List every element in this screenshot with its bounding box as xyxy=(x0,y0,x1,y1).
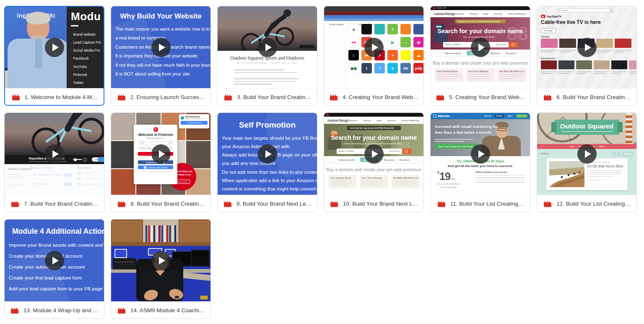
video-thumbnail-11[interactable]: AWeber Features Pricing Signin Free Tria… xyxy=(431,113,530,195)
feature-columns: Your Domain Name Host Your Website We Ma… xyxy=(431,68,530,82)
video-card-10[interactable]: namecheap DomainsHostingAppsSecurityOnli… xyxy=(324,112,424,212)
wheel-photo: Outdoor Squared xyxy=(537,113,636,144)
video-thumbnail-13[interactable]: Module 4 Additional Actions Improve your… xyxy=(5,219,104,301)
play-button[interactable] xyxy=(577,144,597,164)
section-strapline: Buy a domain and create your pro web pre… xyxy=(324,167,423,172)
card-footer: 4. Creating Your Brand Web… xyxy=(324,88,423,106)
profile-name: Outdoor Squared xyxy=(8,167,31,170)
play-button[interactable] xyxy=(45,251,64,270)
modal-subtitle: Find new ideas to try xyxy=(134,137,177,139)
login-button[interactable] xyxy=(623,152,633,156)
color-block xyxy=(558,60,574,69)
bookshelf xyxy=(143,219,179,242)
avatar xyxy=(181,116,184,120)
try-free-button[interactable]: Try it free xyxy=(541,28,556,33)
play-button[interactable] xyxy=(471,38,490,57)
like-icon[interactable]: ♡ xyxy=(621,179,623,182)
sidebar-panel xyxy=(324,27,346,88)
video-card-12[interactable]: Outdoor Squared HomeMy Squared StoreAbou… xyxy=(537,112,637,212)
play-button[interactable] xyxy=(364,144,384,164)
video-card-2[interactable]: Why Build Your Website The main reason y… xyxy=(111,6,211,106)
search-input[interactable]: Search xyxy=(559,8,615,13)
play-button[interactable] xyxy=(471,144,490,164)
bullet-item: Pinterest xyxy=(71,71,104,79)
color-block xyxy=(148,225,150,242)
video-thumbnail-5[interactable]: SIGN UP namecheap DomainsHostingAppsSecu… xyxy=(431,6,530,88)
video-card-7[interactable]: Reposition & scale header Move and drag … xyxy=(4,112,104,212)
video-card-1[interactable]: ingSellingMc Modu Brand websiteLead Capt… xyxy=(4,6,104,106)
card-footer: 6. Build Your Brand Creatin… xyxy=(537,88,636,106)
play-button[interactable] xyxy=(151,38,171,57)
play-button[interactable] xyxy=(151,251,171,270)
all-posts-link[interactable]: All Posts xyxy=(541,153,549,155)
video-title: 1. Welcome to Module 4.M… xyxy=(25,94,98,100)
email-field[interactable]: Email xyxy=(138,141,173,145)
video-card-4[interactable]: Social ImagesFree Icon SiteStock Images … xyxy=(324,6,424,106)
feature-column: Your Domain Name xyxy=(435,68,463,82)
play-button[interactable] xyxy=(364,38,384,57)
hero-heading: Search for your domain name xyxy=(324,134,423,141)
tweet-button[interactable]: Tweet xyxy=(63,183,72,186)
tab-resellers[interactable]: Resellers xyxy=(506,52,516,55)
logo-text: YouTubeTV xyxy=(547,15,561,18)
video-thumbnail-8[interactable]: P Welcome to Pinterest Find new ideas to… xyxy=(111,113,210,195)
slide-line: When applicable add a link to your Amazo… xyxy=(222,176,317,185)
feature-column: Host Your Website xyxy=(360,175,388,188)
play-button[interactable] xyxy=(577,38,597,57)
blog-post-meta: BY OUTDOOR SQUARED · SUNDAY, MAY 6, 2018 xyxy=(218,62,317,64)
decorative-lines xyxy=(234,69,301,85)
play-button[interactable] xyxy=(151,144,171,164)
search-icon[interactable] xyxy=(613,152,616,156)
video-card-11[interactable]: AWeber Features Pricing Signin Free Tria… xyxy=(430,112,530,212)
color-block xyxy=(629,60,636,69)
play-button[interactable] xyxy=(45,144,64,164)
continue-as-rick-button[interactable]: CONTINUE AS RICK xyxy=(181,121,208,125)
video-thumbnail-14[interactable] xyxy=(111,219,210,301)
nav-free-trial[interactable]: Free Trial xyxy=(516,114,527,118)
account-icon[interactable] xyxy=(618,152,621,156)
tab-business[interactable]: Business xyxy=(491,52,501,55)
video-card-14[interactable]: 14. ASM9 Module 4 Coachi… xyxy=(111,219,211,319)
play-button[interactable] xyxy=(258,38,277,57)
video-thumbnail-12[interactable]: Outdoor Squared HomeMy Squared StoreAbou… xyxy=(537,113,636,195)
nav-pricing[interactable]: Pricing xyxy=(495,114,504,118)
search-button[interactable] xyxy=(402,149,411,154)
video-thumbnail-1[interactable]: ingSellingMc Modu Brand websiteLead Capt… xyxy=(5,7,104,88)
nav-menu[interactable]: Features Pricing Signin Free Trial xyxy=(482,114,527,118)
tld-select[interactable]: SELECT DOMAIN xyxy=(443,44,463,46)
video-thumbnail-4[interactable]: Social ImagesFree Icon SiteStock Images … xyxy=(324,6,423,88)
apply-button[interactable] xyxy=(98,157,104,162)
video-card-9[interactable]: Self Promotion Your main two targets sho… xyxy=(217,112,317,212)
video-card-6[interactable]: Search ▶YouTubeTV Cable-free live TV is … xyxy=(537,6,637,106)
nav-signin[interactable]: Signin xyxy=(506,114,514,118)
google-continue-button[interactable]: GContinue with Google xyxy=(138,165,173,169)
video-card-13[interactable]: Module 4 Additional Actions Improve your… xyxy=(4,219,104,319)
video-thumbnail-3[interactable]: Outdoor Squared Sports and Outdoors BY O… xyxy=(218,6,317,88)
video-thumbnail-9[interactable]: Self Promotion Your main two targets sho… xyxy=(218,113,317,195)
nav-features[interactable]: Features xyxy=(482,114,493,118)
tab-business[interactable]: Business xyxy=(384,159,394,161)
bulk-search-link[interactable]: Bulk Search xyxy=(494,44,508,46)
video-card-3[interactable]: Outdoor Squared Sports and Outdoors BY O… xyxy=(217,6,317,106)
play-button[interactable] xyxy=(45,38,64,57)
search-button[interactable] xyxy=(509,42,518,47)
free-trial-cta-button[interactable]: Start Your 30-day Free Trial Today xyxy=(435,144,477,149)
tld-select[interactable]: SELECT DOMAIN xyxy=(337,150,357,152)
video-card-5[interactable]: SIGN UP namecheap DomainsHostingAppsSecu… xyxy=(430,6,530,106)
bulk-search-link[interactable]: Bulk Search xyxy=(387,150,402,152)
video-card-8[interactable]: P Welcome to Pinterest Find new ideas to… xyxy=(111,112,211,212)
video-thumbnail-7[interactable]: Reposition & scale header Move and drag … xyxy=(5,113,104,195)
houzz-icon: ⌂ xyxy=(400,37,411,47)
scale-slider[interactable] xyxy=(73,159,82,160)
video-thumbnail-10[interactable]: namecheap DomainsHostingAppsSecurityOnli… xyxy=(324,113,423,195)
nav-menu[interactable]: DomainsHostingAppsSecurityOnline Marketi… xyxy=(348,119,421,122)
nav-menu[interactable]: DomainsHostingAppsSecurityOnline Marketi… xyxy=(455,13,527,15)
avatar xyxy=(33,182,36,186)
play-button[interactable] xyxy=(258,144,277,164)
video-thumbnail-6[interactable]: Search ▶YouTubeTV Cable-free live TV is … xyxy=(537,6,636,88)
feature-column: We Make WordPress Easy xyxy=(498,68,526,82)
tab-resellers[interactable]: Resellers xyxy=(399,159,409,161)
video-thumbnail-2[interactable]: Why Build Your Website The main reason y… xyxy=(111,6,210,88)
tweet-button[interactable]: Tweet xyxy=(63,173,72,177)
nav-menu-item: Apps xyxy=(377,119,384,122)
